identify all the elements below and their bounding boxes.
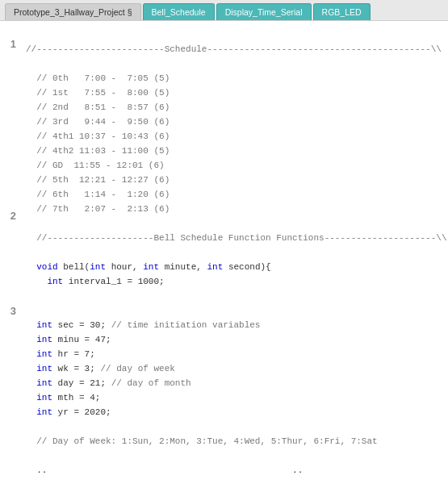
dotdot: .. .. (26, 465, 303, 475)
section-num-1: 1 (10, 37, 16, 52)
sec-decl: int sec = 30; // time initiation variabl… (26, 320, 260, 330)
tab-prototype[interactable]: Prototype_3_Hallway_Project § (5, 3, 141, 20)
tab-display-time[interactable]: Display_Time_Serial (216, 3, 312, 20)
schedule-6th: // 6th 1:14 - 1:20 (6) (26, 190, 170, 199)
tab-rgb-led[interactable]: RGB_LED (313, 3, 371, 20)
code-editor[interactable]: //------------------------Schedule------… (23, 21, 448, 479)
main-content: 1 2 3 //------------------------Schedule… (0, 21, 448, 479)
schedule-7th: // 7th 2:07 - 2:13 (6) (26, 204, 170, 214)
day-decl: int day = 21; // day of month (26, 378, 191, 388)
section-num-3: 3 (10, 304, 16, 319)
minu-decl: int minu = 47; (26, 335, 111, 344)
bell-func-decl: void bell(int hour, int minute, int seco… (26, 262, 271, 272)
schedule-5th: // 5th 12:21 - 12:27 (6) (26, 175, 170, 185)
schedule-4th1: // 4th1 10:37 - 10:43 (6) (26, 131, 170, 141)
schedule-0th: // 0th 7:00 - 7:05 (5) (26, 73, 170, 83)
yr-decl: int yr = 2020; (26, 407, 111, 417)
hr-decl: int hr = 7; (26, 349, 95, 359)
schedule-2nd: // 2nd 8:51 - 8:57 (6) (26, 102, 170, 112)
day-of-week-comment: // Day of Week: 1:Sun, 2:Mon, 3:Tue, 4:W… (26, 436, 378, 446)
tab-bar: Prototype_3_Hallway_Project § Bell_Sched… (0, 0, 448, 21)
section-numbers: 1 2 3 (0, 21, 23, 479)
function-divider: //--------------------Bell Schedule Func… (26, 233, 447, 243)
schedule-4th2: // 4th2 11:03 - 11:00 (5) (26, 146, 170, 156)
wk-decl: int wk = 3; // day of week (26, 364, 175, 373)
schedule-gd: // GD 11:55 - 12:01 (6) (26, 161, 165, 170)
tab-bell-schedule[interactable]: Bell_Schedule (143, 3, 215, 20)
mth-decl: int mth = 4; (26, 393, 100, 403)
schedule-divider: //------------------------Schedule------… (26, 44, 442, 54)
section-num-2: 2 (10, 209, 16, 223)
schedule-1st: // 1st 7:55 - 8:00 (5) (26, 88, 170, 98)
interval-decl: int interval_1 = 1000; (26, 277, 165, 286)
app-container: Prototype_3_Hallway_Project § Bell_Sched… (0, 0, 448, 479)
schedule-3rd: // 3rd 9:44 - 9:50 (6) (26, 117, 170, 127)
